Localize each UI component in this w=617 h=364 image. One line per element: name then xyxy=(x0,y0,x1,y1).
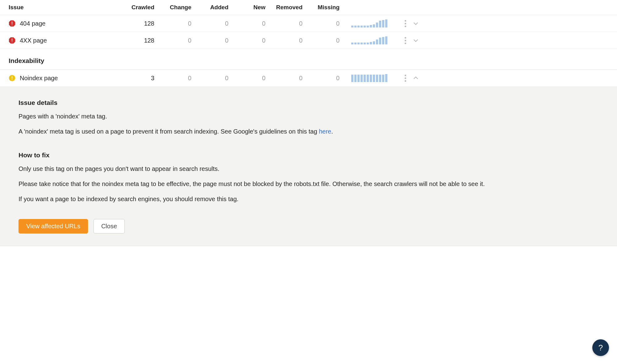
details-text: Pages with a 'noindex' meta tag. xyxy=(19,112,598,121)
issue-details-panel: Issue details Pages with a 'noindex' met… xyxy=(0,87,617,246)
svg-rect-1 xyxy=(12,22,12,24)
col-header-missing[interactable]: Missing xyxy=(308,4,345,11)
more-menu-icon[interactable] xyxy=(405,75,406,82)
table-row[interactable]: Noindex page 3 0 0 0 0 0 xyxy=(0,70,617,87)
cell-removed: 0 xyxy=(271,75,308,82)
details-text: If you want a page to be indexed by sear… xyxy=(19,195,598,204)
more-menu-icon[interactable] xyxy=(405,37,406,44)
cell-new: 0 xyxy=(234,75,271,82)
cell-crawled: 3 xyxy=(123,75,160,82)
error-icon xyxy=(9,20,15,27)
cell-crawled: 128 xyxy=(123,20,160,27)
cell-new: 0 xyxy=(234,37,271,44)
close-button[interactable]: Close xyxy=(94,219,125,234)
cell-change: 0 xyxy=(160,75,197,82)
cell-added: 0 xyxy=(197,75,234,82)
details-text: A 'noindex' meta tag is used on a page t… xyxy=(19,127,598,136)
more-menu-icon[interactable] xyxy=(405,20,406,27)
issue-name: 404 page xyxy=(20,20,45,27)
cell-missing: 0 xyxy=(308,37,345,44)
cell-change: 0 xyxy=(160,37,197,44)
table-row[interactable]: 4XX page 128 0 0 0 0 0 xyxy=(0,32,617,49)
issue-name: 4XX page xyxy=(20,37,47,44)
table-header: Issue Crawled Change Added New Removed M… xyxy=(0,0,617,15)
col-header-issue[interactable]: Issue xyxy=(9,4,123,11)
issue-name: Noindex page xyxy=(20,75,58,82)
chevron-up-icon[interactable] xyxy=(412,75,419,81)
cell-change: 0 xyxy=(160,20,197,27)
svg-rect-8 xyxy=(12,79,12,80)
svg-rect-2 xyxy=(12,25,12,25)
chevron-down-icon[interactable] xyxy=(412,37,419,44)
how-to-fix-heading: How to fix xyxy=(19,151,598,159)
cell-missing: 0 xyxy=(308,20,345,27)
svg-rect-7 xyxy=(12,76,12,79)
details-text: Please take notice that for the noindex … xyxy=(19,180,598,188)
table-row[interactable]: 404 page 128 0 0 0 0 0 xyxy=(0,15,617,32)
chevron-down-icon[interactable] xyxy=(412,20,419,27)
col-header-added[interactable]: Added xyxy=(197,4,234,11)
guidelines-link[interactable]: here xyxy=(319,128,331,135)
col-header-removed[interactable]: Removed xyxy=(271,4,308,11)
details-text: Only use this tag on the pages you don't… xyxy=(19,164,598,173)
cell-missing: 0 xyxy=(308,75,345,82)
svg-rect-4 xyxy=(12,39,12,41)
error-icon xyxy=(9,37,15,44)
col-header-crawled[interactable]: Crawled xyxy=(123,4,160,11)
cell-removed: 0 xyxy=(271,20,308,27)
col-header-new[interactable]: New xyxy=(234,4,271,11)
cell-new: 0 xyxy=(234,20,271,27)
col-header-change[interactable]: Change xyxy=(160,4,197,11)
sparkline xyxy=(345,19,391,27)
details-heading: Issue details xyxy=(19,99,598,106)
sparkline xyxy=(345,74,391,82)
view-affected-urls-button[interactable]: View affected URLs xyxy=(19,219,88,234)
cell-crawled: 128 xyxy=(123,37,160,44)
svg-rect-5 xyxy=(12,42,12,42)
cell-added: 0 xyxy=(197,37,234,44)
section-heading-indexability: Indexability xyxy=(0,49,617,70)
warning-icon xyxy=(9,75,15,81)
cell-added: 0 xyxy=(197,20,234,27)
cell-removed: 0 xyxy=(271,37,308,44)
sparkline xyxy=(345,36,391,44)
